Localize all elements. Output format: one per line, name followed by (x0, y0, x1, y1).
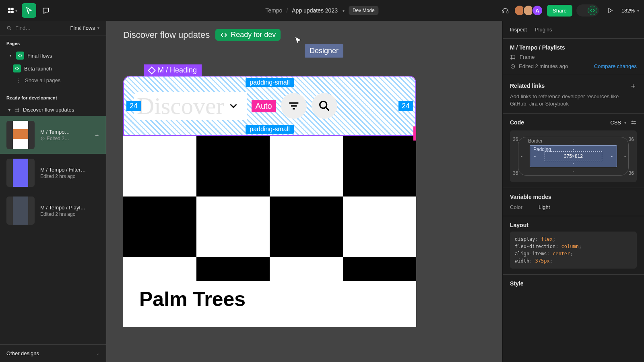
history-icon (40, 136, 45, 141)
chevron-down-icon: ▾ (15, 8, 17, 13)
search-input[interactable]: Find… (6, 25, 31, 31)
breadcrumb-sep: / (286, 7, 288, 14)
svg-line-15 (326, 108, 329, 110)
search-icon (6, 25, 12, 31)
frame-thumb-selected[interactable]: M / Tempo… Edited 2… → (0, 116, 106, 154)
other-designs-toggle[interactable]: Other designs ⌄ (0, 344, 106, 362)
canvas-section-title: Discover flow updates (123, 30, 210, 40)
chevron-down-icon: ▾ (8, 54, 13, 58)
show-all-pages[interactable]: ⋮ Show all pages (0, 75, 106, 86)
frame-info-section: M / Tempo / Playlists Frame Edited 2 min… (503, 39, 644, 75)
frame-path: M / Tempo / Playlists (510, 44, 637, 51)
ready-for-dev-badge[interactable]: Ready for dev (215, 29, 281, 41)
left-panel: Find… Final flows ▾ Pages ▾ Final flows … (0, 21, 106, 362)
figma-menu-button[interactable]: ▾ (5, 3, 19, 18)
frame-time: Edited 2 hrs ago (40, 174, 99, 179)
share-button[interactable]: Share (547, 5, 572, 17)
top-left-tools: ▾ (5, 3, 53, 18)
variable-row: Color Light (510, 204, 637, 210)
page-item-beta-launch[interactable]: Beta launch (0, 62, 106, 75)
settings-icon[interactable] (630, 119, 637, 126)
ready-section-title: Ready for development (0, 90, 106, 103)
search-button[interactable] (312, 93, 337, 119)
find-bar: Find… Final flows ▾ (0, 21, 106, 35)
frame-thumb[interactable]: M / Tempo / Filter… Edited 2 hrs ago (0, 154, 106, 192)
dots-icon: ⋮ (16, 77, 22, 83)
svg-line-7 (10, 29, 11, 30)
svg-rect-1 (11, 8, 13, 10)
thumbnail (6, 121, 35, 149)
history-icon (510, 64, 516, 69)
svg-point-6 (7, 26, 10, 29)
svg-point-14 (320, 101, 326, 108)
canvas-frame[interactable]: padding-small padding-small 24 24 Discov… (123, 76, 416, 327)
frame-name: M / Tempo… (40, 129, 89, 135)
section-row[interactable]: ▾ Discover flow updates (0, 103, 106, 116)
section-title: Variable modes (510, 194, 637, 200)
cursor-label: Designer (305, 44, 343, 58)
section-title: Code (510, 119, 524, 126)
top-right: A Share 182% ▾ (498, 3, 639, 18)
svg-rect-0 (8, 8, 10, 10)
frame-thumb[interactable]: M / Tempo / Playl… Edited 2 hrs ago (0, 192, 106, 230)
tab-inspect[interactable]: Inspect (510, 27, 527, 33)
search-icon (318, 99, 331, 113)
padding-left-label: 24 (126, 101, 141, 111)
checker-image-placeholder (123, 136, 416, 257)
top-bar: ▾ Tempo / App updates 2023 ▾ Dev Mode A … (0, 0, 644, 21)
svg-rect-3 (11, 11, 13, 13)
code-icon (590, 8, 595, 13)
pages-section-title: Pages (0, 35, 106, 49)
section-title: Layout (510, 222, 637, 228)
dev-mode-toggle[interactable] (576, 4, 599, 17)
box-model-diagram: 36 36 36 36 Border - - - - Padding - - -… (510, 130, 637, 182)
filter-button[interactable] (281, 93, 307, 119)
style-section: Style (503, 275, 644, 292)
svg-point-21 (632, 121, 633, 122)
checker-row (123, 257, 416, 281)
related-links-desc: Add links to reference developer resourc… (510, 93, 637, 108)
collapse-icon: ▾ (8, 107, 11, 113)
comment-tool-button[interactable] (39, 3, 53, 18)
padding-top-label: padding-small (246, 78, 294, 87)
component-label[interactable]: M / Heading (144, 64, 202, 76)
ready-badge-icon (16, 52, 24, 60)
canvas-section-header: Discover flow updates Ready for dev (123, 29, 281, 41)
breadcrumb[interactable]: Tempo / App updates 2023 ▾ Dev Mode (265, 6, 378, 15)
diamond-icon (148, 66, 156, 74)
thumbnail (6, 197, 35, 225)
layout-code[interactable]: display: flex;flex-direction: column;ali… (510, 232, 637, 269)
audio-button[interactable] (498, 3, 512, 18)
collaborator-avatars[interactable]: A (516, 5, 543, 16)
present-button[interactable] (603, 3, 617, 18)
arrow-right-icon[interactable]: → (94, 132, 99, 138)
frame-name: M / Tempo / Playl… (40, 205, 99, 211)
frame-name: M / Tempo / Filter… (40, 167, 99, 173)
project-name: Tempo (265, 7, 282, 14)
section-title: Style (510, 280, 637, 287)
add-link-button[interactable]: ＋ (630, 81, 637, 91)
canvas[interactable]: Discover flow updates Ready for dev Desi… (106, 21, 502, 362)
chevron-down-icon: ▾ (637, 8, 639, 13)
move-tool-button[interactable] (22, 3, 36, 18)
zoom-level[interactable]: 182% ▾ (621, 8, 639, 14)
chevron-down-icon: ▾ (97, 26, 99, 30)
code-language-dropdown[interactable]: CSS ▾ (610, 120, 626, 126)
discover-header-component[interactable]: padding-small padding-small 24 24 Discov… (123, 76, 416, 136)
page-item-final-flows[interactable]: ▾ Final flows (0, 49, 106, 62)
filter-icon (287, 99, 301, 113)
chevron-down-icon: ▾ (624, 120, 626, 125)
svg-rect-4 (502, 11, 504, 13)
collaborator-cursor-developer: Developer (413, 126, 416, 141)
file-name: App updates 2023 (292, 7, 338, 14)
compare-changes-link[interactable]: Compare changes (594, 63, 637, 69)
discover-title: Discover (134, 92, 247, 120)
pages-filter-dropdown[interactable]: Final flows ▾ (70, 25, 99, 31)
chevron-down-icon: ⌄ (96, 351, 99, 356)
mode-chip[interactable]: Dev Mode (349, 6, 379, 15)
edited-row: Edited 2 minutes ago Compare changes (510, 63, 637, 69)
tab-plugins[interactable]: Plugins (535, 27, 552, 33)
chevron-down-icon[interactable]: ▾ (343, 8, 345, 13)
avatar[interactable]: A (532, 5, 543, 16)
thumbnail (6, 159, 35, 187)
